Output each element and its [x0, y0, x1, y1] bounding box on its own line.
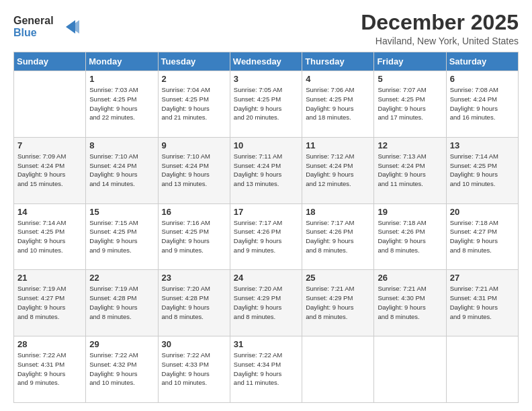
day-number: 8 [89, 140, 154, 150]
day-info: Sunrise: 7:22 AMSunset: 4:34 PMDaylight:… [234, 351, 298, 387]
day-info: Sunrise: 7:04 AMSunset: 4:25 PMDaylight:… [162, 85, 226, 122]
day-info: Sunrise: 7:05 AMSunset: 4:25 PMDaylight:… [234, 85, 298, 122]
table-row [446, 336, 518, 403]
table-row: 7Sunrise: 7:09 AMSunset: 4:24 PMDaylight… [14, 137, 86, 203]
table-row: 27Sunrise: 7:21 AMSunset: 4:31 PMDayligh… [446, 270, 518, 336]
table-row: 25Sunrise: 7:21 AMSunset: 4:29 PMDayligh… [302, 270, 374, 336]
day-number: 10 [234, 140, 298, 150]
col-saturday: Saturday [446, 52, 518, 71]
table-row [302, 336, 374, 403]
calendar-header-row: Sunday Monday Tuesday Wednesday Thursday… [14, 52, 519, 71]
day-number: 31 [234, 339, 298, 349]
table-row: 19Sunrise: 7:18 AMSunset: 4:26 PMDayligh… [374, 203, 446, 270]
day-number: 17 [234, 207, 298, 217]
day-number: 1 [89, 74, 154, 84]
table-row: 15Sunrise: 7:15 AMSunset: 4:25 PMDayligh… [86, 203, 158, 270]
table-row: 20Sunrise: 7:18 AMSunset: 4:27 PMDayligh… [446, 203, 518, 270]
day-info: Sunrise: 7:06 AMSunset: 4:25 PMDaylight:… [306, 85, 370, 122]
subtitle: Haviland, New York, United States [361, 36, 519, 46]
day-number: 20 [450, 207, 515, 217]
day-number: 5 [378, 74, 442, 84]
table-row: 17Sunrise: 7:17 AMSunset: 4:26 PMDayligh… [230, 203, 302, 270]
table-row: 28Sunrise: 7:22 AMSunset: 4:31 PMDayligh… [14, 336, 86, 403]
day-number: 29 [89, 339, 154, 349]
table-row: 31Sunrise: 7:22 AMSunset: 4:34 PMDayligh… [230, 336, 302, 403]
day-number: 11 [306, 140, 370, 150]
day-number: 9 [162, 140, 226, 150]
table-row: 29Sunrise: 7:22 AMSunset: 4:32 PMDayligh… [86, 336, 158, 403]
day-info: Sunrise: 7:03 AMSunset: 4:25 PMDaylight:… [89, 85, 154, 122]
day-info: Sunrise: 7:20 AMSunset: 4:29 PMDaylight:… [234, 284, 298, 321]
day-number: 27 [450, 273, 515, 283]
day-info: Sunrise: 7:10 AMSunset: 4:24 PMDaylight:… [89, 152, 154, 189]
day-info: Sunrise: 7:13 AMSunset: 4:24 PMDaylight:… [378, 152, 442, 189]
day-number: 13 [450, 140, 515, 150]
table-row: 11Sunrise: 7:12 AMSunset: 4:24 PMDayligh… [302, 137, 374, 203]
table-row: 13Sunrise: 7:14 AMSunset: 4:25 PMDayligh… [446, 137, 518, 203]
day-info: Sunrise: 7:22 AMSunset: 4:33 PMDaylight:… [162, 351, 226, 387]
table-row: 21Sunrise: 7:19 AMSunset: 4:27 PMDayligh… [14, 270, 86, 336]
table-row: 5Sunrise: 7:07 AMSunset: 4:25 PMDaylight… [374, 71, 446, 138]
day-number: 14 [17, 207, 82, 217]
main-title: December 2025 [361, 11, 519, 34]
calendar-table: Sunday Monday Tuesday Wednesday Thursday… [13, 52, 519, 403]
col-wednesday: Wednesday [230, 52, 302, 71]
table-row [374, 336, 446, 403]
day-info: Sunrise: 7:15 AMSunset: 4:25 PMDaylight:… [89, 218, 154, 255]
table-row: 3Sunrise: 7:05 AMSunset: 4:25 PMDaylight… [230, 71, 302, 138]
day-number: 30 [162, 339, 226, 349]
table-row: 2Sunrise: 7:04 AMSunset: 4:25 PMDaylight… [158, 71, 230, 138]
day-number: 3 [234, 74, 298, 84]
table-row: 22Sunrise: 7:19 AMSunset: 4:28 PMDayligh… [86, 270, 158, 336]
day-info: Sunrise: 7:21 AMSunset: 4:31 PMDaylight:… [450, 284, 515, 321]
table-row: 30Sunrise: 7:22 AMSunset: 4:33 PMDayligh… [158, 336, 230, 403]
logo: General Blue [13, 11, 87, 43]
day-info: Sunrise: 7:21 AMSunset: 4:29 PMDaylight:… [306, 284, 370, 321]
table-row: 6Sunrise: 7:08 AMSunset: 4:24 PMDaylight… [446, 71, 518, 138]
day-number: 21 [17, 273, 82, 283]
day-number: 16 [162, 207, 226, 217]
day-info: Sunrise: 7:07 AMSunset: 4:25 PMDaylight:… [378, 85, 442, 122]
day-number: 25 [306, 273, 370, 283]
day-info: Sunrise: 7:17 AMSunset: 4:26 PMDaylight:… [234, 218, 298, 255]
table-row: 23Sunrise: 7:20 AMSunset: 4:28 PMDayligh… [158, 270, 230, 336]
day-info: Sunrise: 7:09 AMSunset: 4:24 PMDaylight:… [17, 152, 82, 189]
table-row: 8Sunrise: 7:10 AMSunset: 4:24 PMDaylight… [86, 137, 158, 203]
day-info: Sunrise: 7:19 AMSunset: 4:27 PMDaylight:… [17, 284, 82, 321]
day-number: 24 [234, 273, 298, 283]
day-info: Sunrise: 7:19 AMSunset: 4:28 PMDaylight:… [89, 284, 154, 321]
page: General Blue December 2025 Haviland, New… [0, 0, 532, 411]
day-number: 7 [17, 140, 82, 150]
day-info: Sunrise: 7:14 AMSunset: 4:25 PMDaylight:… [450, 152, 515, 189]
table-row: 12Sunrise: 7:13 AMSunset: 4:24 PMDayligh… [374, 137, 446, 203]
day-info: Sunrise: 7:17 AMSunset: 4:26 PMDaylight:… [306, 218, 370, 255]
day-number: 2 [162, 74, 226, 84]
col-sunday: Sunday [14, 52, 86, 71]
title-area: December 2025 Haviland, New York, United… [361, 11, 519, 46]
col-tuesday: Tuesday [158, 52, 230, 71]
table-row: 26Sunrise: 7:21 AMSunset: 4:30 PMDayligh… [374, 270, 446, 336]
col-friday: Friday [374, 52, 446, 71]
day-info: Sunrise: 7:20 AMSunset: 4:28 PMDaylight:… [162, 284, 226, 321]
day-number: 19 [378, 207, 442, 217]
table-row [14, 71, 86, 138]
table-row: 9Sunrise: 7:10 AMSunset: 4:24 PMDaylight… [158, 137, 230, 203]
day-number: 6 [450, 74, 515, 84]
svg-text:General: General [13, 15, 54, 26]
day-info: Sunrise: 7:16 AMSunset: 4:25 PMDaylight:… [162, 218, 226, 255]
table-row: 10Sunrise: 7:11 AMSunset: 4:24 PMDayligh… [230, 137, 302, 203]
table-row: 16Sunrise: 7:16 AMSunset: 4:25 PMDayligh… [158, 203, 230, 270]
day-number: 28 [17, 339, 82, 349]
day-info: Sunrise: 7:22 AMSunset: 4:32 PMDaylight:… [89, 351, 154, 387]
day-info: Sunrise: 7:08 AMSunset: 4:24 PMDaylight:… [450, 85, 515, 122]
day-info: Sunrise: 7:21 AMSunset: 4:30 PMDaylight:… [378, 284, 442, 321]
day-number: 23 [162, 273, 226, 283]
logo-svg: General Blue [13, 11, 87, 40]
svg-text:Blue: Blue [13, 27, 37, 38]
day-info: Sunrise: 7:10 AMSunset: 4:24 PMDaylight:… [162, 152, 226, 189]
day-number: 4 [306, 74, 370, 84]
day-number: 12 [378, 140, 442, 150]
table-row: 1Sunrise: 7:03 AMSunset: 4:25 PMDaylight… [86, 71, 158, 138]
col-thursday: Thursday [302, 52, 374, 71]
day-info: Sunrise: 7:12 AMSunset: 4:24 PMDaylight:… [306, 152, 370, 189]
